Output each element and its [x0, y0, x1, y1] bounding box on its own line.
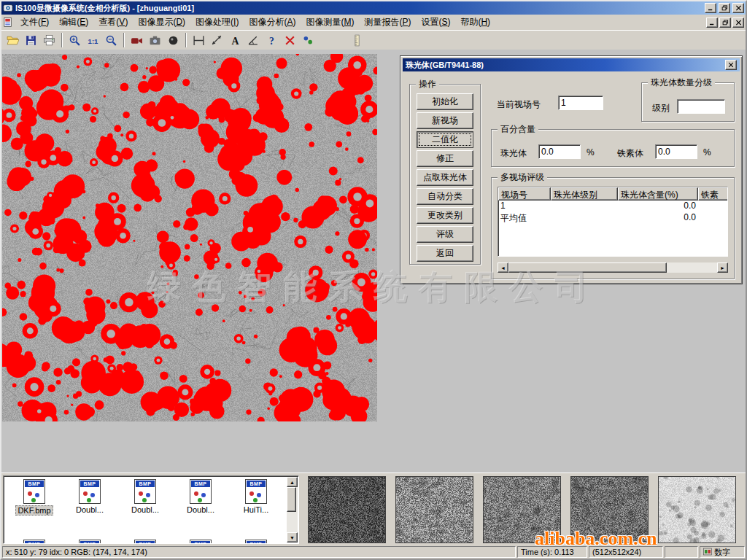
bmp-art-icon [194, 491, 198, 496]
toolbar-button-open-file[interactable] [4, 32, 22, 49]
toolbar-button-print[interactable] [40, 32, 58, 49]
svg-text:?: ? [269, 35, 274, 46]
mdi-close-button[interactable] [732, 18, 744, 28]
file-list-row2: BMPBMPBMPBMPBMP [4, 540, 298, 544]
op-button-return[interactable]: 返回 [417, 245, 473, 262]
bmp-file-icon: BMP [245, 540, 267, 544]
scrollbar-track[interactable] [508, 262, 717, 273]
scrollbar-track[interactable] [287, 487, 298, 532]
op-button-initialize[interactable]: 初始化 [417, 93, 473, 110]
menu-item-help[interactable]: 帮助(H) [455, 14, 495, 31]
file-item[interactable]: BMP [173, 540, 228, 544]
file-item[interactable]: BMPHuiTi... [228, 479, 284, 516]
multifield-table[interactable]: 视场号珠光体级别珠光体含量(%)铁素 10.0平均值0.0 [498, 187, 728, 257]
op-button-change-category[interactable]: 更改类别 [417, 207, 473, 224]
toolbar-button-count-objects[interactable] [299, 32, 317, 49]
mdi-minimize-button[interactable] [706, 18, 718, 28]
scroll-down-button[interactable]: ▼ [287, 532, 298, 542]
file-item[interactable]: BMPDoubl... [173, 479, 228, 516]
level-input[interactable] [677, 99, 725, 114]
bmp-art-icon [249, 491, 254, 496]
op-button-auto-classify[interactable]: 自动分类 [417, 188, 473, 205]
toolbar-button-ruler[interactable] [348, 32, 366, 49]
image-thumbnail[interactable] [308, 476, 386, 543]
image-thumbnail[interactable] [395, 476, 473, 543]
toolbar-button-camera-capture[interactable] [146, 32, 164, 49]
title-bar[interactable]: IS100显微摄像系统(金相分析版) - [zhuguangti01] [1, 1, 746, 15]
op-button-correct[interactable]: 修正 [417, 150, 473, 167]
table-cell [698, 201, 728, 212]
op-button-pick-pearlite[interactable]: 点取珠光体 [417, 169, 473, 186]
menu-item-image-display[interactable]: 图像显示(D) [133, 14, 190, 31]
column-header[interactable]: 视场号 [498, 187, 551, 201]
restore-button[interactable] [719, 3, 730, 13]
op-button-binarize[interactable]: 二值化 [417, 131, 473, 148]
toolbar-button-text-annotation[interactable]: A [226, 32, 244, 49]
toolbar-button-measure-angle[interactable] [244, 32, 263, 49]
toolbar-button-help[interactable]: ? [263, 32, 281, 49]
close-button[interactable] [732, 3, 744, 13]
scrollbar-thumb[interactable] [287, 487, 296, 512]
menu-item-image-analysis[interactable]: 图像分析(A) [244, 14, 301, 31]
column-header[interactable]: 铁素 [698, 187, 728, 201]
toolbar-button-measure-distance[interactable] [208, 32, 226, 49]
status-mode-label: 数字 [714, 547, 730, 558]
status-mode: 数字 [700, 546, 745, 558]
table-row[interactable]: 10.0 [498, 201, 727, 212]
menu-items: 文件(F)编辑(E)查看(V)图像显示(D)图像处理(I)图像分析(A)图像测量… [15, 14, 706, 31]
ferrite-percent-input[interactable] [655, 144, 697, 159]
bmp-file-icon: BMP [134, 540, 156, 544]
bmp-art-icon [139, 491, 143, 496]
table-hscrollbar[interactable]: ◄ ► [498, 262, 728, 273]
toolbar-button-snapshot[interactable] [164, 32, 182, 49]
scrollbar-thumb[interactable] [508, 262, 667, 273]
file-item[interactable]: BMPDKF.bmp [7, 479, 62, 516]
mdi-restore-button[interactable] [719, 18, 731, 28]
minimize-button[interactable] [705, 3, 716, 13]
scroll-left-button[interactable]: ◄ [498, 262, 508, 273]
zoom-out-icon [105, 34, 117, 47]
bmp-badge: BMP [80, 481, 99, 487]
menu-item-settings[interactable]: 设置(S) [416, 14, 455, 31]
menu-item-image-process[interactable]: 图像处理(I) [190, 14, 244, 31]
toolbar-button-zoom-out[interactable] [102, 32, 120, 49]
file-name: Doubl... [130, 505, 160, 514]
dialog-title-bar[interactable]: 珠光体(GB/T9441-88) [403, 58, 740, 71]
file-item[interactable]: BMP [117, 540, 173, 544]
file-item[interactable]: BMPDoubl... [62, 479, 117, 516]
column-header[interactable]: 珠光体级别 [551, 187, 618, 201]
toolbar-button-delete-measure[interactable] [281, 32, 299, 49]
table-row[interactable]: 平均值0.0 [498, 212, 727, 224]
file-list-scrollbar[interactable]: ▲ ▼ [287, 477, 298, 542]
file-item[interactable]: BMP [62, 540, 117, 544]
file-item[interactable]: BMP [7, 540, 62, 544]
delete-measure-icon [284, 34, 296, 47]
op-button-rate[interactable]: 评级 [417, 226, 473, 243]
current-field-input[interactable] [558, 96, 603, 110]
menu-item-image-measure[interactable]: 图像测量(M) [301, 14, 359, 31]
image-thumbnail[interactable] [658, 476, 736, 543]
dialog-close-button[interactable] [725, 60, 737, 70]
menu-item-view[interactable]: 查看(V) [93, 14, 133, 31]
image-thumbnail[interactable] [570, 476, 649, 543]
image-thumbnail[interactable] [483, 476, 561, 543]
pearlite-percent-input[interactable] [538, 144, 581, 159]
file-item[interactable]: BMPDoubl... [117, 479, 173, 516]
bmp-file-icon: BMP [79, 479, 101, 504]
bmp-badge: BMP [136, 541, 155, 544]
toolbar-button-zoom-in[interactable] [66, 32, 84, 49]
column-header[interactable]: 珠光体含量(%) [618, 187, 698, 201]
micrograph-image[interactable] [2, 54, 377, 421]
toolbar-button-save-file[interactable] [22, 32, 40, 49]
scroll-right-button[interactable]: ► [717, 262, 728, 273]
toolbar-button-actual-size[interactable]: 1:1 [84, 32, 102, 49]
toolbar-button-video-capture[interactable] [128, 32, 146, 49]
toolbar-button-measure-caliper[interactable] [190, 32, 208, 49]
menu-item-file[interactable]: 文件(F) [15, 14, 54, 31]
scroll-up-button[interactable]: ▲ [287, 477, 298, 487]
menu-item-edit[interactable]: 编辑(E) [54, 14, 93, 31]
file-item[interactable]: BMP [228, 540, 284, 544]
menu-item-measure-report[interactable]: 测量报告(P) [359, 14, 416, 31]
op-button-new-field[interactable]: 新视场 [417, 112, 473, 129]
count-objects-icon [302, 34, 314, 47]
